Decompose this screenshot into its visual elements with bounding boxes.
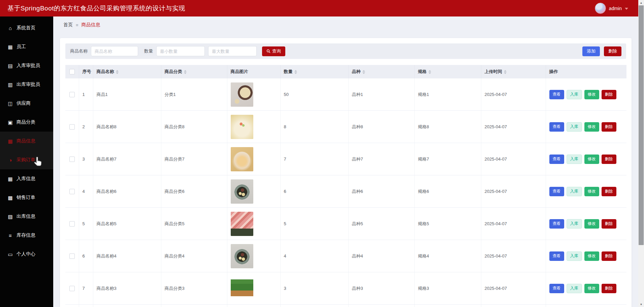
row-checkbox[interactable] <box>69 221 75 227</box>
view-row-button[interactable]: 查看 <box>549 122 564 132</box>
row-checkbox[interactable] <box>69 286 75 291</box>
search-button[interactable]: 查询 <box>262 46 285 56</box>
delete-row-button[interactable]: 删除 <box>602 90 616 99</box>
row-checkbox[interactable] <box>69 189 75 194</box>
sort-carets-icon[interactable] <box>116 70 119 74</box>
delete-row-button[interactable]: 删除 <box>602 187 616 196</box>
row-checkbox[interactable] <box>69 92 75 97</box>
product-image-shrimp-tofu-soup <box>231 115 253 139</box>
sidebar-item-9[interactable]: ▩销售订单 <box>0 188 53 207</box>
sidebar-item-11[interactable]: ≡库存信息 <box>0 226 53 245</box>
product-category: 商品分类7 <box>161 143 227 175</box>
max-qty-input[interactable] <box>208 46 257 56</box>
inbound-row-button[interactable]: 入库 <box>567 219 582 229</box>
row-index: 5 <box>79 208 93 240</box>
column-header-2[interactable]: 商品名称 <box>93 65 161 78</box>
row-checkbox[interactable] <box>69 157 75 162</box>
vertical-scrollbar[interactable]: ▲ ▼ <box>638 0 644 307</box>
grid-icon: ▦ <box>7 176 13 181</box>
inbound-row-button[interactable]: 入库 <box>567 155 582 164</box>
inbound-row-button[interactable]: 入库 <box>567 122 582 132</box>
upload-time: 2025-04-07 <box>481 175 546 208</box>
edit-row-button[interactable]: 修改 <box>584 187 599 196</box>
sidebar-item-0[interactable]: ⌂系统首页 <box>0 19 53 37</box>
list-icon: ≡ <box>7 233 13 238</box>
product-spec <box>414 305 481 307</box>
sort-carets-icon[interactable] <box>428 70 431 74</box>
sidebar-item-1[interactable]: ▦员工 <box>0 37 53 56</box>
view-row-button[interactable]: 查看 <box>549 251 564 261</box>
product-image-garlic-soup-bowl <box>231 244 253 268</box>
name-filter-input[interactable] <box>91 46 138 56</box>
sidebar-item-10[interactable]: ▨出库信息 <box>0 207 53 226</box>
select-all-header[interactable] <box>65 65 79 78</box>
select-all-checkbox[interactable] <box>69 69 75 74</box>
edit-row-button[interactable]: 修改 <box>584 219 599 229</box>
column-header-5[interactable]: 数量 <box>280 65 348 78</box>
scroll-up-icon[interactable]: ▲ <box>638 0 644 5</box>
column-header-7[interactable]: 规格 <box>414 65 481 78</box>
row-actions: 查看入库修改删除 <box>546 240 626 272</box>
sort-carets-icon[interactable] <box>362 70 365 74</box>
product-name <box>93 305 161 307</box>
sort-carets-icon[interactable] <box>504 70 507 74</box>
product-variety: 品种5 <box>348 208 414 240</box>
content-card: 商品名称 数量 查询 添加 删除 序号商品名称商品分类商品图片数量品种规格上传时… <box>60 38 632 307</box>
sidebar-item-8[interactable]: ▦入库信息 <box>0 169 53 188</box>
sort-carets-icon[interactable] <box>184 70 187 74</box>
table-icon: ▩ <box>7 195 13 200</box>
row-checkbox[interactable] <box>69 253 75 259</box>
avatar[interactable] <box>595 3 606 14</box>
delete-row-button[interactable]: 删除 <box>602 155 616 164</box>
sidebar-item-6[interactable]: ▦商品信息 <box>0 132 53 150</box>
column-header-6[interactable]: 品种 <box>348 65 414 78</box>
sidebar-item-2[interactable]: ▤入库审批员 <box>0 56 53 75</box>
edit-row-button[interactable]: 修改 <box>584 90 599 99</box>
breadcrumb-home[interactable]: 首页 <box>63 22 73 28</box>
inbound-row-button[interactable]: 入库 <box>567 251 582 261</box>
product-name: 商品名称8 <box>93 111 161 143</box>
inbound-row-button[interactable]: 入库 <box>567 187 582 196</box>
sort-carets-icon[interactable] <box>294 70 297 74</box>
upload-time <box>481 305 546 307</box>
edit-row-button[interactable]: 修改 <box>584 122 599 132</box>
pie-icon: ◑ <box>7 158 13 163</box>
product-quantity <box>280 305 348 307</box>
view-row-button[interactable]: 查看 <box>549 90 564 99</box>
product-variety <box>348 305 414 307</box>
qty-filter-label: 数量 <box>144 48 153 54</box>
column-header-8[interactable]: 上传时间 <box>481 65 546 78</box>
sidebar-item-12[interactable]: ▭个人中心 <box>0 245 53 264</box>
scrollbar-thumb[interactable] <box>639 5 644 245</box>
scroll-down-icon[interactable]: ▼ <box>638 302 644 307</box>
edit-row-button[interactable]: 修改 <box>584 284 599 293</box>
row-index: 4 <box>79 175 93 208</box>
view-row-button[interactable]: 查看 <box>549 187 564 196</box>
row-checkbox[interactable] <box>69 124 75 130</box>
inbound-row-button[interactable]: 入库 <box>567 90 582 99</box>
view-row-button[interactable]: 查看 <box>549 219 564 229</box>
edit-row-button[interactable]: 修改 <box>584 251 599 261</box>
delete-row-button[interactable]: 删除 <box>602 284 616 293</box>
user-menu[interactable]: admin <box>595 0 628 16</box>
add-button[interactable]: 添加 <box>582 46 600 56</box>
sidebar-item-3[interactable]: ▥出库审批员 <box>0 75 53 94</box>
min-qty-input[interactable] <box>156 46 205 56</box>
delete-row-button[interactable]: 删除 <box>602 219 616 229</box>
product-name: 商品名称5 <box>93 208 161 240</box>
edit-row-button[interactable]: 修改 <box>584 155 599 164</box>
profile-icon: ▭ <box>7 252 13 257</box>
sidebar-menu: ⌂系统首页▦员工▤入库审批员▥出库审批员◫供应商▣商品分类▦商品信息◑采购订单▦… <box>0 16 53 307</box>
column-header-1: 序号 <box>79 65 93 78</box>
sidebar-item-5[interactable]: ▣商品分类 <box>0 113 53 132</box>
product-name: 商品1 <box>93 78 161 111</box>
delete-button[interactable]: 删除 <box>604 46 621 56</box>
inbound-row-button[interactable]: 入库 <box>567 284 582 293</box>
sidebar-item-7[interactable]: ◑采购订单 <box>0 150 53 169</box>
view-row-button[interactable]: 查看 <box>549 155 564 164</box>
sidebar-item-4[interactable]: ◫供应商 <box>0 94 53 113</box>
delete-row-button[interactable]: 删除 <box>602 122 616 132</box>
view-row-button[interactable]: 查看 <box>549 284 564 293</box>
column-header-3[interactable]: 商品分类 <box>161 65 227 78</box>
delete-row-button[interactable]: 删除 <box>602 251 616 261</box>
